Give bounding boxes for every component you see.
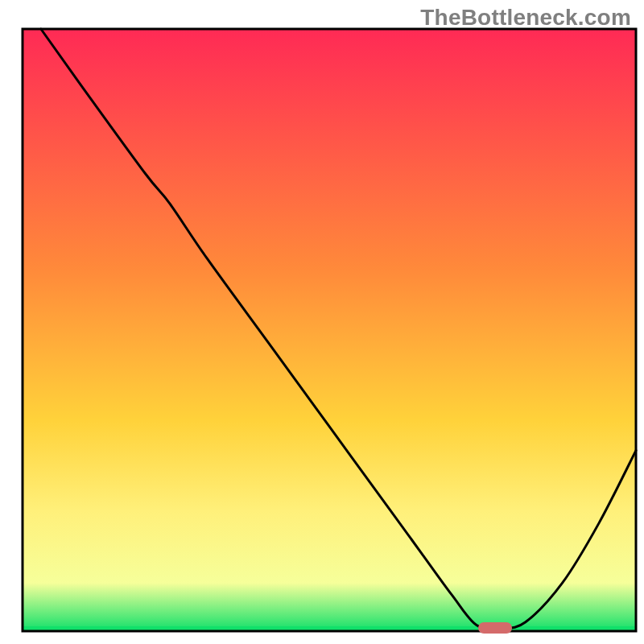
chart-gradient-bg	[23, 29, 636, 631]
chart-canvas	[0, 0, 644, 644]
watermark-text: TheBottleneck.com	[420, 5, 631, 31]
optimal-marker	[478, 622, 512, 634]
bottleneck-chart: TheBottleneck.com	[0, 0, 644, 644]
